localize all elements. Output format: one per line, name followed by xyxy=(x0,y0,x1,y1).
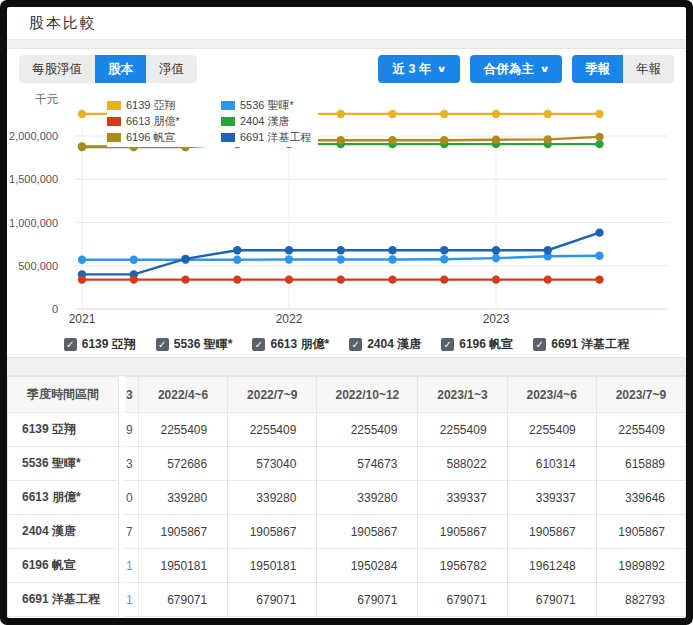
series-point-6196 xyxy=(544,136,552,144)
series-point-5536 xyxy=(130,256,138,264)
x-axis-tick-label: 2023 xyxy=(483,312,510,326)
table-cell: 2255409 xyxy=(597,413,686,447)
table-corner-header: 季度時間區間 xyxy=(7,376,119,413)
legend-item-6613: 6613 朋億* xyxy=(107,114,209,129)
y-axis-tick-label: 1,500,000 xyxy=(9,174,58,186)
table-row: 6691 洋基工程1679071679071679071679071679071… xyxy=(7,583,686,617)
series-point-6139 xyxy=(78,110,86,118)
tab-capital[interactable]: 股本 xyxy=(95,55,146,83)
basis-dropdown[interactable]: 合併為主 ∨ xyxy=(470,55,562,83)
table-cell: 1905867 xyxy=(508,515,597,549)
title-bar: 股本比較 xyxy=(7,7,686,40)
column-header: 2022/10~12 xyxy=(317,376,418,413)
series-point-6196 xyxy=(337,136,345,144)
tab-annual-report[interactable]: 年報 xyxy=(623,55,674,83)
series-point-6613 xyxy=(233,276,241,284)
table-cell: 1905867 xyxy=(139,515,228,549)
row-label: 6691 洋基工程 xyxy=(7,583,119,617)
clipped-cell: 1 xyxy=(125,549,139,583)
legend-item-6196: 6196 帆宣 xyxy=(107,130,209,145)
series-point-5536 xyxy=(388,256,396,264)
checkbox-label: 2404 漢唐 xyxy=(367,336,421,353)
checkbox-label: 6613 朋億* xyxy=(270,336,329,353)
clipped-cell: 0 xyxy=(125,481,139,515)
series-checkbox-6139[interactable]: ✓6139 亞翔 xyxy=(64,336,136,353)
legend-label: 6139 亞翔 xyxy=(126,98,176,113)
table-cell: 2255409 xyxy=(418,413,507,447)
legend-swatch-icon xyxy=(221,117,235,126)
tab-net-value-per-share[interactable]: 每股淨值 xyxy=(19,55,95,83)
table-cell: 339280 xyxy=(228,481,317,515)
series-point-6613 xyxy=(492,276,500,284)
legend-swatch-icon xyxy=(107,117,121,126)
series-point-6613 xyxy=(337,276,345,284)
row-label: 5536 聖暉* xyxy=(7,447,119,481)
series-point-6613 xyxy=(440,276,448,284)
series-point-6196 xyxy=(492,136,500,144)
checkbox-label: 6139 亞翔 xyxy=(82,336,136,353)
table-cell: 679071 xyxy=(508,583,597,617)
checkbox-label: 6691 洋基工程 xyxy=(551,336,629,353)
series-point-6139 xyxy=(440,110,448,118)
range-dropdown-label: 近 3 年 xyxy=(392,62,431,76)
table-cell: 2255409 xyxy=(508,413,597,447)
series-checkbox-5536[interactable]: ✓5536 聖暉* xyxy=(156,336,233,353)
table-cell: 574673 xyxy=(317,447,418,481)
checkbox-label: 5536 聖暉* xyxy=(174,336,233,353)
series-point-5536 xyxy=(285,256,293,264)
y-axis-tick-label: 2,000,000 xyxy=(9,130,58,142)
column-header: 2023/1~3 xyxy=(418,376,507,413)
table-cell: 339337 xyxy=(418,481,507,515)
y-axis-unit-label: 千元 xyxy=(35,93,59,105)
table-cell: 1905867 xyxy=(228,515,317,549)
capital-table: 季度時間區間32022/4~62022/7~92022/10~122023/1~… xyxy=(7,376,686,617)
table-cell: 679071 xyxy=(418,583,507,617)
series-checkbox-6691[interactable]: ✓6691 洋基工程 xyxy=(533,336,629,353)
table-cell: 1956782 xyxy=(418,549,507,583)
column-header: 2023/4~6 xyxy=(508,376,597,413)
table-cell: 2255409 xyxy=(317,413,418,447)
series-checkbox-6613[interactable]: ✓6613 朋億* xyxy=(252,336,329,353)
series-checkbox-2404[interactable]: ✓2404 漢唐 xyxy=(349,336,421,353)
table-row: 2404 漢唐719058671905867190586719058671905… xyxy=(7,515,686,549)
panel: 股本比較 每股淨值股本淨值 近 3 年 ∨ 合併為主 ∨ 季報年報 0500,0… xyxy=(7,7,686,618)
table-cell: 882793 xyxy=(597,583,686,617)
range-dropdown[interactable]: 近 3 年 ∨ xyxy=(378,55,459,83)
series-point-6139 xyxy=(337,110,345,118)
series-point-6691 xyxy=(337,246,345,254)
table-cell: 2255409 xyxy=(228,413,317,447)
series-point-6139 xyxy=(388,110,396,118)
tab-net-value[interactable]: 淨值 xyxy=(146,55,197,83)
series-point-6691 xyxy=(181,255,189,263)
series-point-6691 xyxy=(440,246,448,254)
checkbox-checked-icon: ✓ xyxy=(252,338,265,351)
chart-area: 0500,0001,000,0001,500,0002,000,000千元202… xyxy=(7,89,686,331)
y-axis-tick-label: 1,000,000 xyxy=(9,217,58,229)
series-point-6139 xyxy=(595,110,603,118)
table-cell: 573040 xyxy=(228,447,317,481)
series-point-5536 xyxy=(337,256,345,264)
series-point-5536 xyxy=(78,256,86,264)
legend-label: 6691 洋基工程 xyxy=(240,130,312,145)
checkbox-label: 6196 帆宣 xyxy=(459,336,513,353)
clipped-cell: 3 xyxy=(125,447,139,481)
series-point-6691 xyxy=(544,246,552,254)
series-point-5536 xyxy=(440,255,448,263)
table-cell: 339280 xyxy=(139,481,228,515)
series-point-5536 xyxy=(233,256,241,264)
toolbar: 每股淨值股本淨值 近 3 年 ∨ 合併為主 ∨ 季報年報 xyxy=(7,49,686,89)
series-checkbox-6196[interactable]: ✓6196 帆宣 xyxy=(441,336,513,353)
table-row: 6196 帆宣119501811950181195028419567821961… xyxy=(7,549,686,583)
toolbar-right: 近 3 年 ∨ 合併為主 ∨ 季報年報 xyxy=(378,55,674,83)
legend-label: 2404 漢唐 xyxy=(240,114,290,129)
y-axis-tick-label: 500,000 xyxy=(18,260,58,272)
series-point-6613 xyxy=(78,276,86,284)
tab-quarterly-report[interactable]: 季報 xyxy=(572,55,623,83)
series-point-5536 xyxy=(492,254,500,262)
table-cell: 339280 xyxy=(317,481,418,515)
legend-swatch-icon xyxy=(107,133,121,142)
row-label: 2404 漢唐 xyxy=(7,515,119,549)
table-cell: 2255409 xyxy=(139,413,228,447)
series-point-6196 xyxy=(595,133,603,141)
series-point-6139 xyxy=(544,110,552,118)
